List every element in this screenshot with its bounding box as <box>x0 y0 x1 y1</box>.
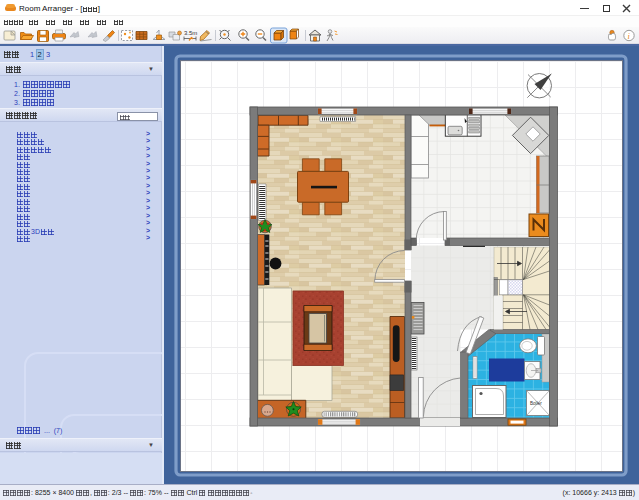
svg-text:Boiler: Boiler <box>530 401 542 406</box>
svg-text:3.5m: 3.5m <box>184 30 197 36</box>
